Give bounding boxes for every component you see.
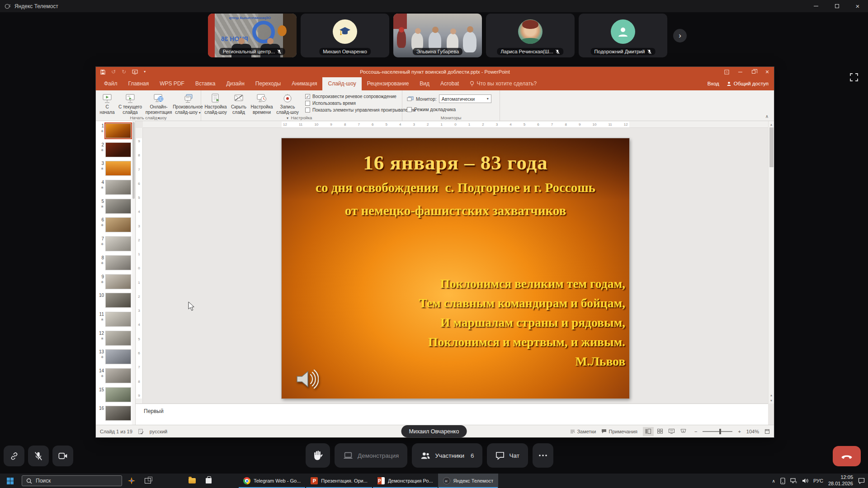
pp-close-button[interactable]: × <box>760 67 774 77</box>
tray-chevron-icon[interactable]: ∧ <box>772 479 775 483</box>
zoom-in-button[interactable]: + <box>738 429 741 434</box>
start-slideshow-icon[interactable] <box>132 70 138 75</box>
slide-thumbnail[interactable] <box>105 368 131 383</box>
slide-thumbnail[interactable] <box>105 406 131 421</box>
ribbon-options-button[interactable] <box>720 67 733 77</box>
camera-button[interactable] <box>52 446 73 466</box>
ribbon-tab[interactable]: WPS PDF <box>154 77 190 90</box>
next-participants-button[interactable]: › <box>673 29 687 42</box>
participant-tile[interactable]: Лариса Речинская(Ш... <box>486 14 575 57</box>
slide-thumbnail-item[interactable]: 3∗ <box>96 160 135 179</box>
audio-speaker-icon[interactable] <box>294 368 319 390</box>
maximize-button[interactable] <box>826 0 847 12</box>
share-button[interactable]: Общий доступ <box>726 77 769 90</box>
ribbon-tab[interactable]: Вставка <box>190 77 221 90</box>
ribbon-tab[interactable]: Главная <box>123 77 155 90</box>
tell-me-box[interactable]: Что вы хотите сделать? <box>464 77 542 90</box>
customize-qat-icon[interactable]: ▾ <box>144 70 146 74</box>
slide-thumbnail[interactable] <box>105 236 131 251</box>
slide-thumbnail[interactable] <box>105 349 131 364</box>
slide-thumbnail-item[interactable]: 6∗ <box>96 216 135 235</box>
hangup-button[interactable] <box>833 446 861 466</box>
slide-thumbnail-item[interactable]: 8∗ <box>96 254 135 273</box>
ribbon-tab[interactable]: Файл <box>99 77 123 90</box>
language-indicator[interactable]: РУС <box>813 478 823 483</box>
scroll-up-icon[interactable]: ▴ <box>769 121 774 127</box>
slide-thumbnail[interactable] <box>105 312 131 327</box>
zoom-slider-thumb[interactable] <box>719 429 721 434</box>
save-icon[interactable] <box>100 70 105 75</box>
zoom-slider[interactable] <box>703 431 732 432</box>
previous-slide-button[interactable]: ▴ <box>770 393 772 397</box>
scrollbar-thumb[interactable] <box>769 127 774 167</box>
widgets-button[interactable] <box>123 474 140 488</box>
rehearse-timings-button[interactable]: Настройка времени <box>249 92 274 116</box>
monitor-select[interactable]: Автоматически ▾ <box>439 94 491 103</box>
redo-icon[interactable]: ↻ <box>122 69 126 75</box>
ribbon-checkbox[interactable]: Воспроизвести речевое сопровождение <box>305 94 406 99</box>
slide-thumbnail[interactable] <box>105 180 131 195</box>
slide-canvas[interactable]: 16 января – 83 года со дня освобождения … <box>282 138 629 399</box>
slide-thumbnail[interactable] <box>105 274 131 289</box>
setup-slideshow-button[interactable]: Настройка слайд-шоу <box>203 92 228 116</box>
reading-view-button[interactable] <box>666 427 677 436</box>
scrollbar-thumb[interactable] <box>132 122 135 199</box>
slide-thumbnail[interactable] <box>105 331 131 346</box>
participant-tile[interactable]: Эльвина Губарева <box>393 14 482 57</box>
ribbon-tab[interactable]: Анимация <box>286 77 322 90</box>
slide-thumbnail[interactable] <box>105 217 131 232</box>
slide-sorter-view-button[interactable] <box>655 427 665 436</box>
participants-button[interactable]: Участники 6 <box>412 443 482 468</box>
taskbar-app-presentation[interactable]: P Презентация. Ори... <box>306 474 373 488</box>
normal-view-button[interactable] <box>643 427 654 436</box>
slide-thumbnail-item[interactable]: 14∗ <box>96 367 135 386</box>
slide-thumbnail-item[interactable]: 12∗ <box>96 330 135 349</box>
microphone-button[interactable] <box>28 446 49 466</box>
copy-link-button[interactable] <box>4 446 24 466</box>
undo-icon[interactable]: ↺ <box>111 69 116 75</box>
pp-restore-button[interactable] <box>747 67 760 77</box>
from-beginning-button[interactable]: С начала <box>98 92 117 116</box>
notes-toggle-button[interactable]: Заметки <box>570 429 596 434</box>
sign-in-link[interactable]: Вход <box>708 77 719 90</box>
notification-center-button[interactable] <box>858 478 865 484</box>
fit-to-window-button[interactable] <box>764 429 770 434</box>
taskbar-app-demonstration[interactable]: P Демонстрация Ро... <box>373 474 438 488</box>
ribbon-tab[interactable]: Слайд-шоу <box>322 77 361 90</box>
slide-thumbnail[interactable] <box>105 293 131 308</box>
participant-tile[interactable]: Подорожний Дмитрий <box>579 14 667 57</box>
expand-button[interactable] <box>848 71 860 83</box>
volume-icon[interactable] <box>802 478 808 483</box>
ribbon-checkbox[interactable]: Использовать время <box>305 101 406 106</box>
hide-slide-button[interactable]: Скрыть слайд <box>228 92 249 116</box>
from-current-slide-button[interactable]: С текущего слайда <box>117 92 144 116</box>
taskbar-clock[interactable]: 12:05 28.01.2026 <box>828 474 853 487</box>
slide-thumbnail-item[interactable]: 9∗ <box>96 273 135 292</box>
taskbar-search[interactable]: Поиск <box>22 475 122 486</box>
close-button[interactable]: × <box>847 0 868 12</box>
custom-slideshow-button[interactable]: Произвольное слайд-шоу ▾ <box>174 92 202 116</box>
language-indicator[interactable]: русский <box>150 429 167 434</box>
slide-thumbnail-item[interactable]: 5∗ <box>96 198 135 217</box>
ribbon-checkbox[interactable]: Показать элементы управления проигрывате… <box>305 108 406 113</box>
collapse-ribbon-button[interactable]: ∧ <box>765 114 769 119</box>
taskbar-app-telemost[interactable]: о: Яндекс Телемост <box>438 474 499 488</box>
slideshow-view-button[interactable] <box>678 427 689 436</box>
zoom-out-button[interactable]: − <box>694 429 697 434</box>
task-view-button[interactable] <box>140 474 156 488</box>
raise-hand-button[interactable] <box>306 443 330 468</box>
ribbon-tab[interactable]: Переходы <box>250 77 286 90</box>
taskbar-app-telegram[interactable]: Telegram Web - Go... <box>238 474 306 488</box>
slide-thumbnail[interactable] <box>105 123 131 138</box>
slide-thumbnail-item[interactable]: 11∗ <box>96 311 135 330</box>
next-slide-button[interactable]: ▾ <box>770 399 772 403</box>
file-explorer-button[interactable] <box>184 474 200 488</box>
zoom-level[interactable]: 104% <box>746 429 759 434</box>
share-screen-button[interactable]: Демонстрация <box>335 443 407 468</box>
spellcheck-icon[interactable] <box>138 429 144 434</box>
chat-button[interactable]: Чат <box>487 443 528 468</box>
slide-thumbnail-item[interactable]: 15 <box>96 386 135 405</box>
ribbon-tab[interactable]: Дизайн <box>221 77 250 90</box>
participant-tile[interactable]: Михаил Овчаренко <box>301 14 389 57</box>
slide-thumbnail[interactable] <box>105 161 131 176</box>
